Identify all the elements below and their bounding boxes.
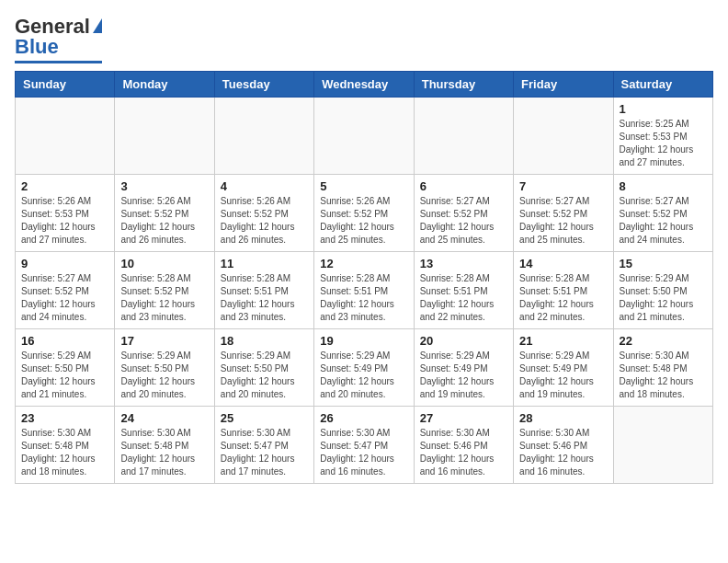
calendar-cell: 27Sunrise: 5:30 AM Sunset: 5:46 PM Dayli… [414, 407, 513, 484]
day-info: Sunrise: 5:30 AM Sunset: 5:47 PM Dayligh… [221, 427, 308, 478]
day-info: Sunrise: 5:30 AM Sunset: 5:46 PM Dayligh… [420, 427, 507, 478]
day-number: 28 [519, 411, 607, 425]
calendar-week-3: 9Sunrise: 5:27 AM Sunset: 5:52 PM Daylig… [16, 252, 713, 329]
day-info: Sunrise: 5:26 AM Sunset: 5:52 PM Dayligh… [120, 195, 208, 247]
column-header-tuesday: Tuesday [214, 72, 313, 98]
calendar-cell: 8Sunrise: 5:27 AM Sunset: 5:52 PM Daylig… [613, 175, 712, 252]
calendar-cell: 18Sunrise: 5:29 AM Sunset: 5:50 PM Dayli… [214, 329, 313, 407]
day-number: 7 [519, 179, 607, 193]
day-info: Sunrise: 5:26 AM Sunset: 5:52 PM Dayligh… [221, 195, 308, 247]
day-number: 3 [120, 179, 208, 193]
calendar-cell: 28Sunrise: 5:30 AM Sunset: 5:46 PM Dayli… [514, 407, 613, 484]
calendar-cell [613, 407, 712, 484]
day-number: 11 [221, 257, 308, 270]
day-number: 17 [120, 334, 208, 348]
calendar-cell: 25Sunrise: 5:30 AM Sunset: 5:47 PM Dayli… [214, 407, 313, 484]
calendar-cell: 3Sunrise: 5:26 AM Sunset: 5:52 PM Daylig… [115, 175, 214, 252]
column-header-friday: Friday [514, 72, 613, 98]
column-header-wednesday: Wednesday [314, 72, 414, 98]
day-number: 15 [620, 257, 707, 270]
day-number: 23 [21, 411, 108, 425]
calendar-week-4: 16Sunrise: 5:29 AM Sunset: 5:50 PM Dayli… [16, 329, 713, 407]
calendar-table: SundayMondayTuesdayWednesdayThursdayFrid… [15, 71, 713, 484]
day-number: 26 [320, 411, 407, 425]
day-number: 22 [620, 334, 707, 348]
calendar-week-5: 23Sunrise: 5:30 AM Sunset: 5:48 PM Dayli… [16, 407, 713, 484]
calendar-cell: 19Sunrise: 5:29 AM Sunset: 5:49 PM Dayli… [314, 329, 414, 407]
calendar-week-2: 2Sunrise: 5:26 AM Sunset: 5:53 PM Daylig… [16, 175, 713, 252]
calendar-cell: 16Sunrise: 5:29 AM Sunset: 5:50 PM Dayli… [16, 329, 115, 407]
logo-blue: Blue [15, 35, 59, 59]
calendar-cell: 22Sunrise: 5:30 AM Sunset: 5:48 PM Dayli… [613, 329, 712, 407]
day-number: 9 [21, 257, 108, 270]
calendar-cell: 11Sunrise: 5:28 AM Sunset: 5:51 PM Dayli… [214, 252, 313, 329]
calendar-cell: 7Sunrise: 5:27 AM Sunset: 5:52 PM Daylig… [514, 175, 613, 252]
calendar-week-1: 1Sunrise: 5:25 AM Sunset: 5:53 PM Daylig… [16, 98, 713, 175]
calendar-cell: 14Sunrise: 5:28 AM Sunset: 5:51 PM Dayli… [514, 252, 613, 329]
day-info: Sunrise: 5:28 AM Sunset: 5:51 PM Dayligh… [221, 272, 308, 324]
calendar-cell [16, 98, 115, 175]
day-number: 24 [120, 411, 208, 425]
day-info: Sunrise: 5:27 AM Sunset: 5:52 PM Dayligh… [420, 195, 507, 247]
calendar-cell: 15Sunrise: 5:29 AM Sunset: 5:50 PM Dayli… [613, 252, 712, 329]
day-number: 8 [620, 179, 707, 193]
day-number: 4 [221, 179, 308, 193]
day-info: Sunrise: 5:28 AM Sunset: 5:51 PM Dayligh… [420, 272, 507, 324]
day-info: Sunrise: 5:27 AM Sunset: 5:52 PM Dayligh… [21, 272, 108, 324]
day-number: 5 [320, 179, 407, 193]
column-header-sunday: Sunday [16, 72, 115, 98]
calendar-header-row: SundayMondayTuesdayWednesdayThursdayFrid… [16, 72, 713, 98]
calendar-cell: 5Sunrise: 5:26 AM Sunset: 5:52 PM Daylig… [314, 175, 414, 252]
day-info: Sunrise: 5:30 AM Sunset: 5:46 PM Dayligh… [519, 427, 607, 478]
day-info: Sunrise: 5:28 AM Sunset: 5:52 PM Dayligh… [120, 272, 208, 324]
day-number: 21 [519, 334, 607, 348]
day-number: 18 [221, 334, 308, 348]
logo-underline [15, 61, 102, 63]
day-number: 2 [21, 179, 108, 193]
day-info: Sunrise: 5:30 AM Sunset: 5:47 PM Dayligh… [320, 427, 407, 478]
day-info: Sunrise: 5:29 AM Sunset: 5:49 PM Dayligh… [519, 350, 607, 401]
day-info: Sunrise: 5:29 AM Sunset: 5:49 PM Dayligh… [420, 350, 507, 401]
day-number: 27 [420, 411, 507, 425]
day-info: Sunrise: 5:28 AM Sunset: 5:51 PM Dayligh… [519, 272, 607, 324]
day-info: Sunrise: 5:29 AM Sunset: 5:50 PM Dayligh… [620, 272, 707, 324]
day-number: 10 [120, 257, 208, 270]
day-info: Sunrise: 5:27 AM Sunset: 5:52 PM Dayligh… [519, 195, 607, 247]
day-info: Sunrise: 5:27 AM Sunset: 5:52 PM Dayligh… [620, 195, 707, 247]
calendar-cell [514, 98, 613, 175]
day-info: Sunrise: 5:26 AM Sunset: 5:53 PM Dayligh… [21, 195, 108, 247]
day-info: Sunrise: 5:29 AM Sunset: 5:50 PM Dayligh… [120, 350, 208, 401]
logo-triangle-icon [93, 18, 102, 33]
day-info: Sunrise: 5:30 AM Sunset: 5:48 PM Dayligh… [21, 427, 108, 478]
calendar-cell: 20Sunrise: 5:29 AM Sunset: 5:49 PM Dayli… [414, 329, 513, 407]
calendar-cell: 23Sunrise: 5:30 AM Sunset: 5:48 PM Dayli… [16, 407, 115, 484]
day-info: Sunrise: 5:26 AM Sunset: 5:52 PM Dayligh… [320, 195, 407, 247]
calendar-cell: 12Sunrise: 5:28 AM Sunset: 5:51 PM Dayli… [314, 252, 414, 329]
day-info: Sunrise: 5:28 AM Sunset: 5:51 PM Dayligh… [320, 272, 407, 324]
calendar-cell: 4Sunrise: 5:26 AM Sunset: 5:52 PM Daylig… [214, 175, 313, 252]
column-header-monday: Monday [115, 72, 214, 98]
calendar-cell: 17Sunrise: 5:29 AM Sunset: 5:50 PM Dayli… [115, 329, 214, 407]
day-number: 20 [420, 334, 507, 348]
day-number: 6 [420, 179, 507, 193]
calendar-cell: 10Sunrise: 5:28 AM Sunset: 5:52 PM Dayli… [115, 252, 214, 329]
day-info: Sunrise: 5:29 AM Sunset: 5:50 PM Dayligh… [21, 350, 108, 401]
day-info: Sunrise: 5:25 AM Sunset: 5:53 PM Dayligh… [620, 118, 707, 169]
column-header-saturday: Saturday [613, 72, 712, 98]
day-number: 16 [21, 334, 108, 348]
day-info: Sunrise: 5:30 AM Sunset: 5:48 PM Dayligh… [120, 427, 208, 478]
calendar-cell: 2Sunrise: 5:26 AM Sunset: 5:53 PM Daylig… [16, 175, 115, 252]
day-number: 12 [320, 257, 407, 270]
column-header-thursday: Thursday [414, 72, 513, 98]
calendar-cell: 6Sunrise: 5:27 AM Sunset: 5:52 PM Daylig… [414, 175, 513, 252]
calendar-cell: 26Sunrise: 5:30 AM Sunset: 5:47 PM Dayli… [314, 407, 414, 484]
calendar-cell [414, 98, 513, 175]
day-number: 1 [620, 102, 707, 116]
calendar-cell [115, 98, 214, 175]
day-info: Sunrise: 5:29 AM Sunset: 5:50 PM Dayligh… [221, 350, 308, 401]
logo: General Blue [15, 15, 102, 63]
day-info: Sunrise: 5:29 AM Sunset: 5:49 PM Dayligh… [320, 350, 407, 401]
calendar-cell: 13Sunrise: 5:28 AM Sunset: 5:51 PM Dayli… [414, 252, 513, 329]
day-number: 19 [320, 334, 407, 348]
calendar-cell: 21Sunrise: 5:29 AM Sunset: 5:49 PM Dayli… [514, 329, 613, 407]
